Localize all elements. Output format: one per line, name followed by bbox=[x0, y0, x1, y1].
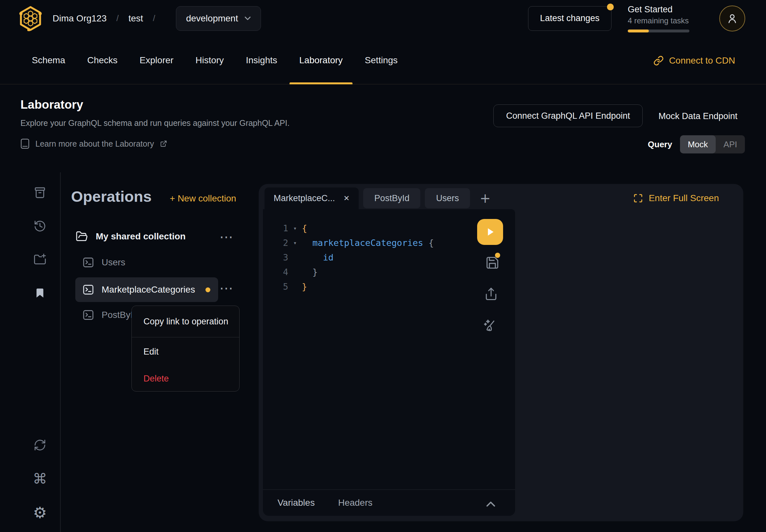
nav-tab-checks[interactable]: Checks bbox=[78, 37, 127, 84]
latest-changes-button[interactable]: Latest changes bbox=[528, 6, 612, 31]
get-started-widget[interactable]: Get Started 4 remaining tasks bbox=[628, 5, 689, 32]
terminal-square-icon bbox=[82, 284, 94, 296]
connect-cdn-label: Connect to CDN bbox=[669, 55, 735, 66]
code-text: marketplaceCategories { bbox=[302, 236, 434, 250]
connect-cdn-link[interactable]: Connect to CDN bbox=[653, 37, 735, 84]
page-description: Explore your GraphQL schema and run quer… bbox=[20, 118, 289, 128]
code-line: 3 id bbox=[263, 250, 434, 265]
close-icon[interactable]: ✕ bbox=[343, 194, 349, 203]
get-started-progress-fill bbox=[628, 30, 649, 32]
page-title: Laboratory bbox=[20, 98, 289, 112]
breadcrumb: Dima Org123 / test / bbox=[53, 13, 165, 24]
editor-tab-users[interactable]: Users bbox=[425, 188, 470, 208]
mock-data-endpoint-link[interactable]: Mock Data Endpoint bbox=[659, 111, 737, 121]
collection-menu-button[interactable]: ⋯ bbox=[219, 229, 233, 245]
user-avatar[interactable] bbox=[719, 6, 745, 31]
collapse-panel-chevron-icon[interactable] bbox=[486, 501, 496, 507]
sidebar-item-docs[interactable] bbox=[32, 185, 48, 200]
enter-fullscreen-button[interactable]: Enter Full Screen bbox=[633, 193, 719, 203]
environment-select-value: development bbox=[186, 13, 238, 24]
get-started-subtitle: 4 remaining tasks bbox=[628, 16, 689, 25]
menu-item-edit[interactable]: Edit bbox=[132, 337, 239, 366]
fold-caret-empty bbox=[288, 265, 302, 279]
tab-variables[interactable]: Variables bbox=[277, 498, 315, 508]
nav-tab-schema[interactable]: Schema bbox=[22, 37, 75, 84]
unsaved-changes-dot bbox=[495, 253, 500, 258]
terminal-square-icon bbox=[82, 256, 94, 269]
line-number: 4 bbox=[263, 265, 288, 279]
breadcrumb-separator: / bbox=[116, 13, 119, 23]
menu-item-copy-link[interactable]: Copy link to operation bbox=[132, 306, 239, 337]
prettify-query-button[interactable] bbox=[482, 318, 499, 334]
breadcrumb-org[interactable]: Dima Org123 bbox=[53, 13, 107, 24]
sidebar-item-collections[interactable] bbox=[32, 285, 48, 301]
nav-tab-insights[interactable]: Insights bbox=[236, 37, 287, 84]
fold-caret-icon[interactable]: ▾ bbox=[288, 221, 302, 236]
nav-tab-history[interactable]: History bbox=[186, 37, 233, 84]
latest-changes-label: Latest changes bbox=[540, 13, 600, 23]
book-icon bbox=[20, 139, 30, 149]
toggle-option-mock[interactable]: Mock bbox=[680, 135, 716, 153]
operation-item-postbyid[interactable]: PostById bbox=[82, 309, 138, 321]
fold-caret-empty bbox=[288, 279, 302, 294]
operation-item-label: MarketplaceCategories bbox=[102, 284, 195, 295]
line-number: 5 bbox=[263, 279, 288, 294]
nav-tabs: SchemaChecksExplorerHistoryInsightsLabor… bbox=[0, 37, 766, 84]
code-text: } bbox=[302, 279, 307, 294]
code-line: 4 } bbox=[263, 265, 434, 279]
query-editor[interactable]: 1▾{2▾ marketplaceCategories {3 id4 }5} bbox=[263, 209, 515, 516]
top-header: Dima Org123 / test / development Latest … bbox=[0, 0, 766, 37]
line-number: 2 bbox=[263, 236, 288, 250]
menu-item-delete[interactable]: Delete bbox=[132, 366, 239, 391]
operation-menu-button[interactable]: ⋯ bbox=[219, 280, 233, 296]
code-text: id bbox=[302, 250, 334, 265]
code-line: 5} bbox=[263, 279, 434, 294]
learn-more-link[interactable]: Learn more about the Laboratory bbox=[20, 139, 289, 149]
notification-dot bbox=[607, 4, 614, 10]
nav-tab-settings[interactable]: Settings bbox=[355, 37, 407, 84]
editor-tab-label: Users bbox=[436, 193, 459, 203]
editor-tab-bar: MarketplaceC... ✕ PostById Users + bbox=[264, 187, 496, 209]
connect-endpoint-button[interactable]: Connect GraphQL API Endpoint bbox=[493, 104, 643, 127]
laboratory-workspace-panel: MarketplaceC... ✕ PostById Users + Enter… bbox=[259, 184, 743, 521]
toggle-option-api[interactable]: API bbox=[716, 135, 745, 153]
hive-logo-icon[interactable] bbox=[19, 6, 42, 31]
sidebar-item-history[interactable] bbox=[32, 218, 48, 234]
laboratory-header: Laboratory Explore your GraphQL schema a… bbox=[20, 98, 289, 149]
vertical-divider bbox=[60, 172, 61, 532]
sidebar-item-shortcuts[interactable]: ⌘ bbox=[32, 471, 48, 487]
execute-query-button[interactable] bbox=[477, 219, 503, 245]
query-target-row: Query MockAPI bbox=[648, 135, 745, 153]
bookmark-icon bbox=[34, 286, 46, 299]
environment-select[interactable]: development bbox=[176, 6, 261, 31]
query-code: 1▾{2▾ marketplaceCategories {3 id4 }5} bbox=[263, 221, 434, 294]
new-tab-button[interactable]: + bbox=[475, 188, 496, 208]
history-icon bbox=[33, 220, 46, 233]
collection-folder[interactable]: My shared collection bbox=[76, 230, 186, 243]
mock-api-toggle: MockAPI bbox=[680, 135, 745, 153]
sidebar-item-settings[interactable]: ⚙ bbox=[32, 505, 48, 520]
tab-headers[interactable]: Headers bbox=[338, 498, 372, 508]
operation-item-users[interactable]: Users bbox=[82, 256, 125, 269]
sidebar-item-refetch-schema[interactable] bbox=[32, 437, 48, 453]
nav-tab-explorer[interactable]: Explorer bbox=[130, 37, 183, 84]
archive-icon bbox=[33, 186, 46, 199]
share-operation-button[interactable] bbox=[483, 286, 500, 303]
editor-tab-marketplacecategories[interactable]: MarketplaceC... ✕ bbox=[264, 187, 359, 209]
editor-tab-postbyid[interactable]: PostById bbox=[363, 188, 420, 208]
operation-item-marketplacecategories[interactable]: MarketplaceCategories bbox=[75, 277, 218, 302]
unsaved-changes-dot bbox=[205, 287, 210, 292]
fold-caret-icon[interactable]: ▾ bbox=[288, 236, 302, 250]
share-icon bbox=[484, 287, 498, 301]
enter-fullscreen-label: Enter Full Screen bbox=[649, 193, 719, 203]
person-icon bbox=[726, 12, 738, 25]
folder-plus-icon bbox=[33, 253, 46, 266]
nav-tab-laboratory[interactable]: Laboratory bbox=[289, 37, 352, 84]
collection-name: My shared collection bbox=[96, 231, 186, 242]
sidebar-item-new-collection[interactable] bbox=[32, 252, 48, 267]
context-menu: Copy link to operation Edit Delete bbox=[131, 306, 239, 392]
breadcrumb-project[interactable]: test bbox=[128, 13, 143, 24]
editor-tab-label: PostById bbox=[374, 193, 409, 203]
new-collection-button[interactable]: + New collection bbox=[170, 193, 236, 204]
chevron-down-icon bbox=[244, 16, 251, 20]
